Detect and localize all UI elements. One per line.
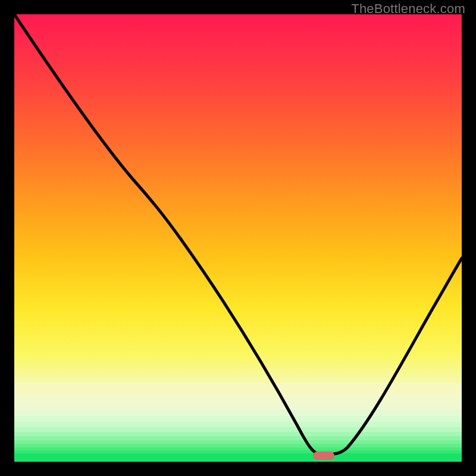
optimal-point-marker — [313, 452, 334, 460]
bottleneck-curve — [14, 14, 462, 462]
chart-stage: TheBottleneck.com — [0, 0, 476, 476]
curve-path — [14, 14, 462, 455]
plot-area — [14, 14, 462, 462]
watermark-text: TheBottleneck.com — [351, 1, 465, 17]
